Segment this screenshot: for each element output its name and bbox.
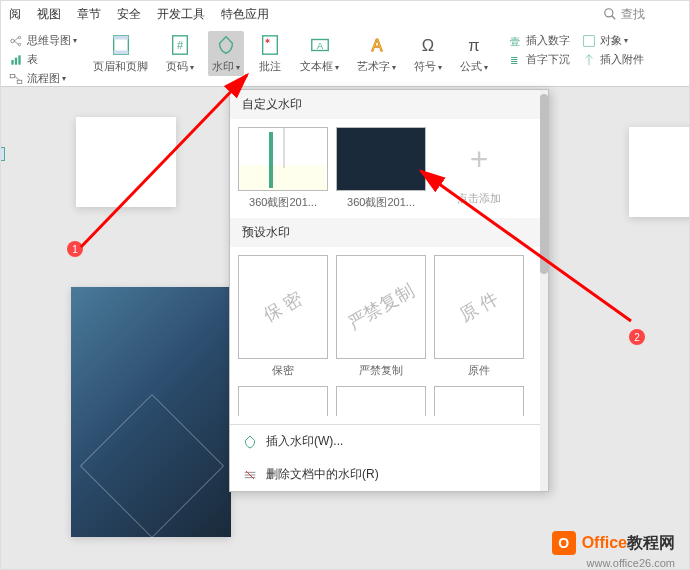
add-watermark-button[interactable]: + 点击添加	[434, 127, 524, 210]
wordart-label: 艺术字▾	[357, 59, 396, 74]
svg-point-4	[18, 43, 20, 45]
object-label: 对象	[600, 33, 622, 48]
flowchart-icon	[9, 72, 23, 86]
tab-security[interactable]: 安全	[117, 6, 141, 23]
symbol-label: 符号▾	[414, 59, 442, 74]
remove-icon	[242, 467, 258, 483]
svg-rect-7	[11, 60, 13, 65]
drop-cap-icon: ≣	[508, 53, 522, 67]
drop-cap-button[interactable]: ≣ 首字下沉	[508, 52, 570, 67]
remove-watermark-menu[interactable]: 删除文档中的水印(R)	[230, 458, 548, 491]
chart-button[interactable]: 表	[9, 52, 38, 67]
svg-text:#: #	[177, 39, 184, 51]
preset-original-preview: 原 件	[434, 255, 524, 359]
page-icon	[1, 147, 5, 161]
preset-item[interactable]	[336, 386, 426, 416]
custom-watermark-2[interactable]: 360截图201...	[336, 127, 426, 210]
chart-icon	[9, 53, 23, 67]
attachment-icon	[582, 53, 596, 67]
scrollbar-thumb[interactable]	[540, 94, 548, 274]
watermark-label: 水印▾	[212, 59, 240, 74]
svg-rect-10	[10, 74, 15, 78]
watermark-icon	[214, 33, 238, 57]
mindmap-label: 思维导图	[27, 33, 71, 48]
insert-watermark-menu[interactable]: 插入水印(W)...	[230, 425, 548, 458]
chart-label: 表	[27, 52, 38, 67]
preset-item[interactable]	[238, 386, 328, 416]
preset-confidential-preview: 保 密	[238, 255, 328, 359]
preset-no-copy-preview: 严禁复制	[336, 255, 426, 359]
brand-icon: O	[552, 531, 576, 555]
custom-watermark-1-label: 360截图201...	[249, 195, 317, 210]
header-footer-button[interactable]: 页眉和页脚	[89, 31, 152, 76]
preset-watermark-grid: 保 密 保密 严禁复制 严禁复制 原 件 原件	[230, 247, 548, 386]
pi-icon: π	[462, 33, 486, 57]
page-number-label: 页码▾	[166, 59, 194, 74]
tab-view[interactable]: 视图	[37, 6, 61, 23]
ribbon-toolbar: 思维导图▾ 表 流程图▾ 页眉和页脚 # 页码▾ 水印▾ ✱ 批注 A 文本框▾…	[1, 27, 689, 87]
preset-preview	[434, 386, 524, 416]
header-footer-label: 页眉和页脚	[93, 59, 148, 74]
preset-preview	[336, 386, 426, 416]
tab-chapter[interactable]: 章节	[77, 6, 101, 23]
tab-special[interactable]: 特色应用	[221, 6, 269, 23]
insert-number-button[interactable]: 壹 插入数字	[508, 33, 570, 48]
textbox-button[interactable]: A 文本框▾	[296, 31, 343, 76]
tab-devtools[interactable]: 开发工具	[157, 6, 205, 23]
svg-text:π: π	[468, 36, 479, 54]
watermark-dropdown: 自定义水印 360截图201... 360截图201... + 点击添加 预设水…	[229, 89, 549, 492]
add-watermark-preview: +	[434, 127, 524, 191]
search-label: 查找	[621, 6, 645, 23]
custom-watermark-2-preview	[336, 127, 426, 191]
preset-confidential[interactable]: 保 密 保密	[238, 255, 328, 378]
search-icon	[603, 7, 617, 21]
mindmap-button[interactable]: 思维导图▾	[9, 33, 77, 48]
formula-button[interactable]: π 公式▾	[456, 31, 492, 76]
document-page	[76, 117, 176, 207]
remove-watermark-label: 删除文档中的水印(R)	[266, 466, 379, 483]
tool-group-diagrams: 思维导图▾ 表 流程图▾	[9, 31, 77, 88]
annotation-marker-1: 1	[67, 241, 83, 257]
svg-rect-27	[584, 35, 595, 46]
svg-text:A: A	[316, 41, 323, 51]
flowchart-button[interactable]: 流程图▾	[9, 71, 66, 86]
flowchart-label: 流程图	[27, 71, 60, 86]
page-number-button[interactable]: # 页码▾	[162, 31, 198, 76]
svg-line-1	[612, 16, 616, 20]
brand-url: www.office26.com	[587, 557, 675, 569]
preset-no-copy-label: 严禁复制	[359, 363, 403, 378]
preset-no-copy[interactable]: 严禁复制 严禁复制	[336, 255, 426, 378]
brand-text-2: 教程网	[627, 533, 675, 554]
svg-rect-9	[18, 55, 20, 64]
chevron-down-icon: ▾	[62, 74, 66, 83]
plus-icon: +	[470, 141, 489, 178]
svg-point-3	[18, 36, 20, 38]
custom-watermark-1[interactable]: 360截图201...	[238, 127, 328, 210]
insert-watermark-label: 插入水印(W)...	[266, 433, 343, 450]
custom-watermark-title: 自定义水印	[230, 90, 548, 119]
search-box[interactable]: 查找	[603, 6, 661, 23]
attachment-button[interactable]: 插入附件	[582, 52, 644, 67]
tool-group-insert: 壹 插入数字 ≣ 首字下沉	[508, 31, 570, 69]
comment-button[interactable]: ✱ 批注	[254, 31, 286, 76]
header-footer-icon	[109, 33, 133, 57]
textbox-icon: A	[308, 33, 332, 57]
omega-icon: Ω	[416, 33, 440, 57]
custom-watermark-1-preview	[238, 127, 328, 191]
preset-item[interactable]	[434, 386, 524, 416]
preset-watermark-grid-row2	[230, 386, 548, 424]
wordart-button[interactable]: A 艺术字▾	[353, 31, 400, 76]
tab-read[interactable]: 阅	[9, 6, 21, 23]
attachment-label: 插入附件	[600, 52, 644, 67]
svg-text:✱: ✱	[265, 38, 270, 44]
object-button[interactable]: 对象▾	[582, 33, 628, 48]
svg-rect-11	[17, 80, 22, 84]
symbol-button[interactable]: Ω 符号▾	[410, 31, 446, 76]
object-icon	[582, 34, 596, 48]
drop-cap-label: 首字下沉	[526, 52, 570, 67]
svg-point-2	[11, 39, 15, 43]
formula-label: 公式▾	[460, 59, 488, 74]
preset-original[interactable]: 原 件 原件	[434, 255, 524, 378]
watermark-button[interactable]: 水印▾	[208, 31, 244, 76]
brand-logo: O Office 教程网	[552, 531, 675, 555]
